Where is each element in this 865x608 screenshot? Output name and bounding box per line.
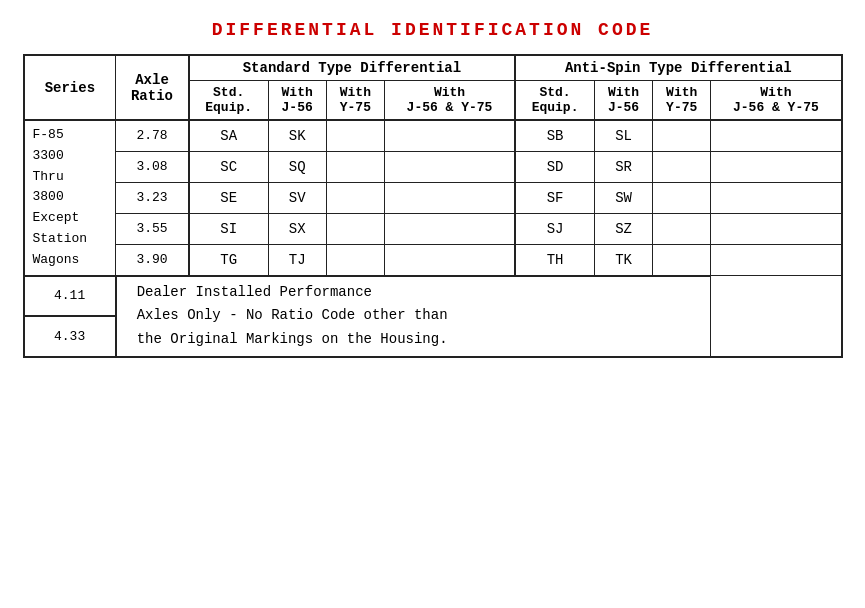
page-container: DIFFERENTIAL IDENTIFICATION CODE Series … — [23, 20, 843, 358]
anti-y75-code — [653, 182, 711, 213]
page-title: DIFFERENTIAL IDENTIFICATION CODE — [23, 20, 843, 40]
with-j56-code: SK — [268, 120, 326, 151]
table-body: F-853300Thru3800ExceptStationWagons2.78S… — [24, 120, 842, 357]
anti-y75-code — [653, 244, 711, 276]
with-both-code — [384, 213, 515, 244]
anti-j56-code: SR — [594, 151, 652, 182]
with-y75-code — [326, 244, 384, 276]
series-header: Series — [24, 55, 116, 120]
anti-j56-code: SL — [594, 120, 652, 151]
anti-j56-code: TK — [594, 244, 652, 276]
dealer-ratio-cell: 4.33 — [24, 316, 116, 357]
axle-ratio-header: AxleRatio — [116, 55, 189, 120]
anti-std-code: SF — [515, 182, 594, 213]
with-j56-code: SV — [268, 182, 326, 213]
table-row: 3.90TGTJTHTK — [24, 244, 842, 276]
anti-both-code — [711, 151, 842, 182]
with-y75-code — [326, 120, 384, 151]
anti-both-code — [711, 120, 842, 151]
std-code: SA — [189, 120, 268, 151]
std-code: SE — [189, 182, 268, 213]
std-equip-header: Std.Equip. — [189, 81, 268, 121]
table-row: 3.23SESVSFSW — [24, 182, 842, 213]
anti-y75-code — [653, 213, 711, 244]
with-both-code — [384, 182, 515, 213]
with-both-code — [384, 244, 515, 276]
dealer-row: 4.11Dealer Installed PerformanceAxles On… — [24, 276, 842, 317]
identification-table: Series AxleRatio Standard Type Different… — [23, 54, 843, 358]
table-row: F-853300Thru3800ExceptStationWagons2.78S… — [24, 120, 842, 151]
with-y75-code — [326, 213, 384, 244]
ratio-cell: 3.55 — [116, 213, 189, 244]
with-y75-header-anti: WithY-75 — [653, 81, 711, 121]
with-both-header-std: WithJ-56 & Y-75 — [384, 81, 515, 121]
std-type-header: Standard Type Differential — [189, 55, 515, 81]
anti-std-code: SD — [515, 151, 594, 182]
ratio-cell: 3.23 — [116, 182, 189, 213]
anti-std-code: SB — [515, 120, 594, 151]
anti-both-code — [711, 244, 842, 276]
table-row: 3.08SCSQSDSR — [24, 151, 842, 182]
with-y75-header-std: WithY-75 — [326, 81, 384, 121]
with-both-code — [384, 151, 515, 182]
anti-std-equip-header: Std.Equip. — [515, 81, 594, 121]
series-cell: F-853300Thru3800ExceptStationWagons — [24, 120, 116, 276]
std-code: TG — [189, 244, 268, 276]
with-j56-code: TJ — [268, 244, 326, 276]
anti-std-code: SJ — [515, 213, 594, 244]
anti-y75-code — [653, 120, 711, 151]
with-j56-header-anti: WithJ-56 — [594, 81, 652, 121]
anti-y75-code — [653, 151, 711, 182]
anti-j56-code: SZ — [594, 213, 652, 244]
anti-std-code: TH — [515, 244, 594, 276]
group-header-row: Series AxleRatio Standard Type Different… — [24, 55, 842, 81]
std-code: SC — [189, 151, 268, 182]
std-code: SI — [189, 213, 268, 244]
with-j56-code: SQ — [268, 151, 326, 182]
anti-both-code — [711, 213, 842, 244]
antispin-type-header: Anti-Spin Type Differential — [515, 55, 841, 81]
ratio-cell: 2.78 — [116, 120, 189, 151]
with-j56-code: SX — [268, 213, 326, 244]
dealer-note-cell: Dealer Installed PerformanceAxles Only -… — [116, 276, 711, 357]
table-row: 3.55SISXSJSZ — [24, 213, 842, 244]
anti-both-code — [711, 182, 842, 213]
with-y75-code — [326, 151, 384, 182]
ratio-cell: 3.08 — [116, 151, 189, 182]
anti-j56-code: SW — [594, 182, 652, 213]
with-j56-header-std: WithJ-56 — [268, 81, 326, 121]
with-both-header-anti: WithJ-56 & Y-75 — [711, 81, 842, 121]
with-both-code — [384, 120, 515, 151]
with-y75-code — [326, 182, 384, 213]
dealer-ratio-cell: 4.11 — [24, 276, 116, 317]
ratio-cell: 3.90 — [116, 244, 189, 276]
